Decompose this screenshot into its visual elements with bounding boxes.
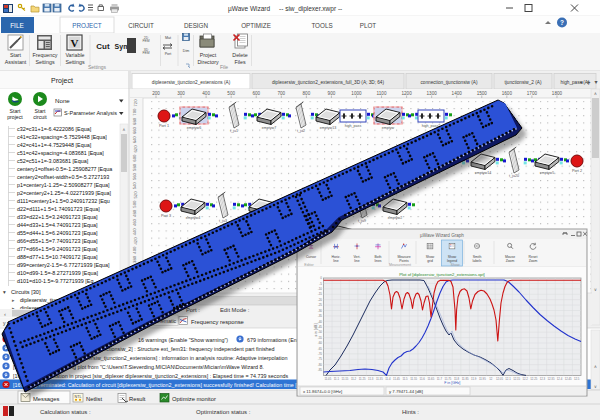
svg-text:400: 400	[133, 246, 138, 254]
svg-text:12.4: 12.4	[557, 377, 563, 381]
svg-text:d44=d33+1.5=4.74091723 [Equa]: d44=d33+1.5=4.74091723 [Equa]	[17, 222, 98, 228]
svg-text:1100: 1100	[377, 91, 387, 96]
svg-text:-15: -15	[318, 292, 323, 296]
svg-text:Port: Port	[165, 52, 172, 56]
svg-text:Port 3: Port 3	[161, 214, 171, 218]
svg-text:Delete: Delete	[232, 52, 247, 58]
svg-text:Show: Show	[451, 263, 460, 267]
svg-text:Frequency: Frequency	[32, 52, 57, 58]
svg-text:tjunctionsiw_2 (A): tjunctionsiw_2 (A)	[505, 80, 542, 85]
svg-text:11.2: 11.2	[351, 377, 357, 381]
svg-text:Start: Start	[35, 108, 47, 114]
svg-text:Port 2: Port 2	[572, 169, 582, 173]
svg-text:12.5: 12.5	[574, 377, 580, 381]
svg-text:CIRCUIT: CIRCUIT	[128, 22, 154, 29]
svg-text:emptyw14: emptyw14	[475, 171, 491, 175]
svg-text:380: 380	[133, 255, 138, 263]
svg-text:500: 500	[133, 200, 138, 208]
svg-text:d111=centery1+1.5=0.240917232: d111=centery1+1.5=0.240917232 [Equ	[17, 198, 110, 204]
svg-text:Plot of [diplexersiw_tjunction: Plot of [diplexersiw_tjunction2_extensio…	[399, 272, 484, 277]
svg-text:800: 800	[303, 91, 311, 96]
svg-text:Optimization status :: Optimization status :	[196, 409, 251, 415]
svg-text:line: line	[354, 259, 359, 263]
svg-text:560: 560	[133, 172, 138, 180]
svg-text:11.9: 11.9	[471, 377, 477, 381]
svg-text:Settings: Settings	[88, 64, 107, 70]
svg-text:640: 640	[133, 136, 138, 144]
svg-text:S-Parameter Analysis: S-Parameter Analysis	[64, 110, 117, 116]
svg-text:d101=d10-1.5=-9.77271939 [Eq: d101=d10-1.5=-9.77271939 [Eq	[17, 278, 93, 284]
svg-text:OPTIMIZE: OPTIMIZE	[241, 22, 271, 29]
svg-text:▸: ▸	[587, 79, 590, 85]
svg-text:∨: ∨	[594, 384, 597, 389]
svg-text:Dim: Dim	[183, 49, 189, 53]
svg-text:700: 700	[133, 108, 138, 116]
svg-text:-85: -85	[318, 368, 323, 372]
svg-text:600: 600	[133, 154, 138, 162]
svg-text:-55: -55	[318, 336, 323, 340]
svg-text:-35: -35	[318, 314, 323, 318]
svg-text:diplexersiw_tjunction2_extensi: diplexersiw_tjunction2_extensions (A)	[152, 80, 231, 85]
svg-text:PLOT: PLOT	[360, 22, 377, 29]
svg-text:11.45: 11.45	[393, 377, 400, 381]
svg-text:12.3: 12.3	[540, 377, 546, 381]
svg-text:centery2=offset-width+0.5=-5.2: centery2=offset-width+0.5=-5.2727193	[17, 174, 109, 180]
svg-text:c51=c42+spacing=-4.083681 [Equ: c51=c42+spacing=-4.083681 [Equa]	[17, 150, 104, 156]
svg-text:▾: ▾	[594, 79, 597, 85]
svg-text:Settings: Settings	[35, 59, 54, 65]
svg-text:480: 480	[133, 209, 138, 217]
svg-text:-75: -75	[318, 357, 323, 361]
svg-text:Start: Start	[10, 52, 22, 58]
svg-text:-60: -60	[318, 341, 323, 345]
svg-text:440: 440	[133, 228, 138, 236]
svg-text:∧: ∧	[122, 127, 125, 132]
svg-text:Optimize monitor: Optimize monitor	[172, 396, 216, 402]
svg-text:12: 12	[489, 377, 493, 381]
svg-text:-10: -10	[318, 287, 323, 291]
svg-text:1500: 1500	[477, 91, 488, 96]
svg-text:‹: ‹	[4, 311, 6, 317]
svg-text:t_ju20: t_ju20	[509, 174, 519, 178]
svg-text:-65: -65	[318, 347, 323, 351]
svg-text:labels: labels	[473, 259, 482, 263]
svg-text:Circuits [30]: Circuits [30]	[11, 289, 41, 295]
svg-text:emptyw5: emptyw5	[540, 171, 554, 175]
svg-text:520: 520	[133, 191, 138, 199]
svg-text:Files: Files	[234, 59, 246, 65]
svg-text:d88=d77+1.5=10.7409172 [Equa]: d88=d77+1.5=10.7409172 [Equa]	[17, 254, 98, 260]
svg-text:1700: 1700	[527, 91, 538, 96]
svg-text:x 11.8674+0.0 [GHz]: x 11.8674+0.0 [GHz]	[303, 389, 342, 394]
svg-text:11.55: 11.55	[410, 377, 417, 381]
svg-text:line: line	[333, 259, 338, 263]
svg-text:900: 900	[328, 91, 336, 96]
svg-text:?: ?	[560, 19, 564, 26]
svg-text:-45: -45	[318, 325, 323, 329]
svg-text:1600: 1600	[502, 91, 513, 96]
svg-text:PROJECT: PROJECT	[72, 22, 102, 29]
svg-text:high_pass: high_pass	[345, 124, 362, 128]
svg-text:File: File	[220, 64, 228, 70]
svg-text:emptyw4: emptyw4	[186, 216, 200, 220]
svg-text:-70: -70	[318, 352, 323, 356]
svg-text:p1=centery1-1.25=-2.50908277 [: p1=centery1-1.25=-2.50908277 [Equa]	[17, 182, 110, 188]
svg-text:-50: -50	[318, 330, 323, 334]
svg-text:11.4: 11.4	[385, 377, 391, 381]
svg-text:-20: -20	[318, 298, 323, 302]
svg-text:FILE: FILE	[10, 22, 24, 29]
svg-text:µWave Wizard: µWave Wizard	[228, 5, 271, 13]
svg-text:Zoom: Zoom	[529, 259, 538, 263]
svg-text:Messages: Messages	[33, 396, 60, 402]
svg-text:F in [GHz]: F in [GHz]	[444, 381, 460, 385]
svg-text:-5: -5	[319, 282, 322, 286]
svg-text:660: 660	[133, 126, 138, 134]
svg-text:12.45: 12.45	[565, 377, 572, 381]
svg-text:d10=d99-1.5=-8.27271939 [Equa]: d10=d99-1.5=-8.27271939 [Equa]	[17, 270, 98, 276]
svg-text:Edit Mode :: Edit Mode :	[220, 307, 250, 313]
svg-text:Hints :: Hints :	[402, 409, 419, 415]
svg-text:emptyw7: emptyw7	[262, 126, 276, 130]
svg-text:500: 500	[227, 91, 235, 96]
svg-text:emptyw13: emptyw13	[320, 126, 336, 130]
svg-text:Measurement: Measurement	[389, 263, 411, 267]
svg-text:DESIGN: DESIGN	[184, 22, 209, 29]
svg-text:∧: ∧	[594, 91, 597, 96]
